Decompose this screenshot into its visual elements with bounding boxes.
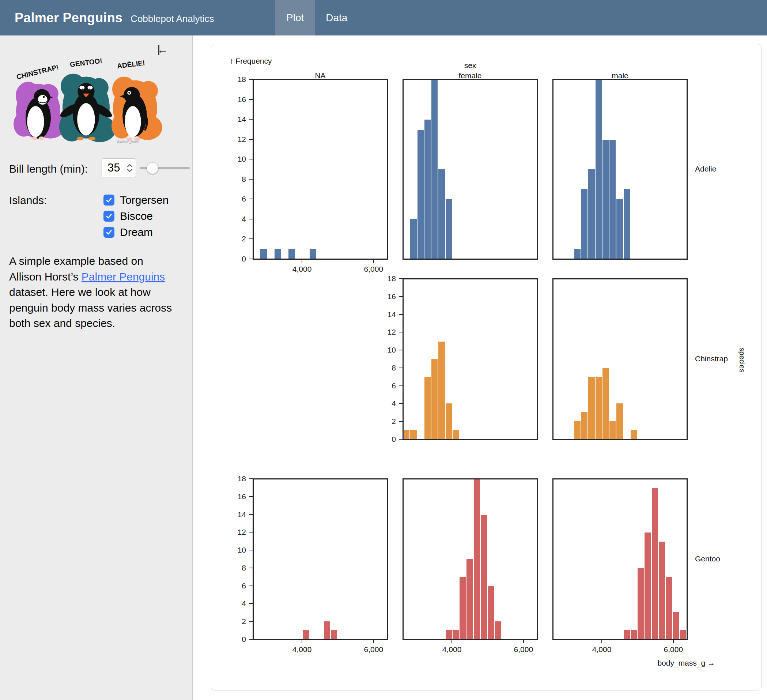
histogram-bar	[616, 403, 622, 439]
checkbox-biscoe[interactable]	[103, 210, 115, 222]
y-tick-label: 8	[379, 363, 396, 373]
histogram-bar	[288, 249, 294, 258]
y-tick-label: 16	[229, 95, 246, 104]
y-tick	[249, 199, 253, 199]
y-tick	[399, 368, 403, 368]
navbar: Palmer Penguins Cobblepot Analytics Plot…	[0, 0, 767, 35]
histogram-bar	[404, 430, 409, 439]
y-tick-label: 0	[229, 254, 246, 264]
y-tick-label: 10	[379, 345, 396, 355]
checkbox-torgersen[interactable]	[103, 195, 115, 206]
y-tick	[399, 332, 403, 332]
y-tick-label: 14	[229, 510, 246, 519]
y-tick	[249, 219, 253, 219]
histogram-bar	[659, 542, 665, 639]
x-tick	[452, 640, 452, 643]
y-tick-label: 12	[229, 527, 246, 537]
x-tick-label: 6,000	[352, 265, 396, 274]
x-tick	[302, 640, 302, 643]
y-tick-label: 12	[229, 135, 246, 144]
bill-length-slider	[140, 162, 190, 174]
facet-y-title: species	[738, 348, 746, 373]
histogram-bar	[417, 130, 424, 258]
x-tick	[602, 640, 602, 643]
island-option-torgersen[interactable]: Torgersen	[103, 192, 169, 208]
x-tick	[373, 640, 374, 643]
histogram-bar	[431, 80, 438, 258]
histogram-bar	[609, 140, 616, 258]
histogram-bar	[574, 421, 581, 439]
sidebar: ←	[0, 35, 193, 700]
nav-tabs: PlotData	[275, 0, 358, 35]
bill-length-value: 35	[102, 161, 127, 174]
histogram-bar	[425, 377, 431, 439]
x-tick-label: 6,000	[651, 645, 695, 654]
histogram-bar	[466, 559, 473, 639]
x-tick-label: 6,000	[352, 645, 396, 654]
histogram-bar	[680, 630, 686, 639]
stepper-up-button[interactable]	[127, 164, 133, 167]
histogram-bar	[425, 120, 431, 258]
x-axis-title: body_mass_g →	[569, 659, 715, 667]
histogram-bar	[446, 403, 452, 439]
y-tick-label: 18	[379, 274, 396, 284]
histogram-bar	[638, 568, 644, 639]
histogram-bar	[446, 199, 452, 258]
y-tick-label: 8	[229, 174, 246, 184]
histogram-bar	[631, 630, 637, 639]
x-tick	[673, 640, 674, 643]
y-tick	[249, 99, 253, 100]
y-tick	[249, 119, 253, 120]
histogram-bar	[595, 377, 602, 439]
y-tick	[399, 278, 403, 279]
app-title: Palmer Penguins	[14, 10, 123, 26]
island-option-label: Biscoe	[120, 210, 153, 222]
y-tick-label: 2	[379, 416, 396, 426]
histogram-bar	[581, 412, 587, 439]
island-option-biscoe[interactable]: Biscoe	[103, 208, 169, 224]
histogram-bar	[595, 80, 602, 258]
row-label-gentoo: Gentoo	[695, 555, 720, 563]
checkbox-dream[interactable]	[103, 227, 115, 238]
histogram-bar	[644, 533, 651, 639]
y-tick	[399, 421, 403, 422]
histogram-bar	[324, 621, 330, 639]
histogram-bar	[438, 169, 444, 258]
slider-thumb[interactable]	[146, 163, 158, 174]
y-tick	[249, 79, 253, 80]
histogram-bar	[474, 480, 480, 639]
bill-length-stepper	[127, 164, 135, 172]
artwork-label-chinstrap: CHINSTRAP!	[16, 63, 60, 81]
bill-length-input[interactable]: 35	[102, 158, 136, 177]
x-tick-label: 4,000	[280, 265, 324, 274]
histogram-bar	[310, 249, 316, 258]
y-tick	[249, 139, 253, 140]
stepper-down-button[interactable]	[127, 169, 133, 172]
y-tick	[399, 296, 403, 297]
histogram-bar	[603, 368, 609, 439]
y-tick-label: 14	[229, 115, 246, 124]
facet-gentoo-male	[552, 478, 687, 640]
histogram-bar	[616, 199, 622, 258]
facet-gentoo-female	[403, 478, 538, 640]
tab-plot[interactable]: Plot	[275, 0, 315, 35]
tab-data[interactable]: Data	[315, 0, 358, 35]
bill-length-label: Bill length (min):	[9, 163, 88, 175]
y-tick	[249, 532, 253, 533]
y-tick	[249, 238, 253, 239]
y-tick-label: 4	[229, 599, 246, 608]
checkmark-icon	[105, 229, 113, 236]
histogram-bar	[624, 189, 630, 258]
y-tick-label: 16	[379, 292, 396, 301]
island-option-dream[interactable]: Dream	[103, 224, 169, 240]
histogram-bar	[631, 430, 637, 439]
facet-gentoo-na	[253, 478, 388, 640]
y-tick	[399, 439, 403, 440]
y-tick	[399, 314, 403, 315]
artwork-label-adelie: ADÉLIE!	[117, 59, 145, 70]
y-tick	[249, 496, 253, 497]
islands-label: Islands:	[9, 194, 47, 207]
y-tick-label: 14	[379, 310, 396, 319]
palmer-penguins-link[interactable]: Palmer Penguins	[81, 271, 165, 283]
x-tick-label: 4,000	[580, 645, 624, 654]
